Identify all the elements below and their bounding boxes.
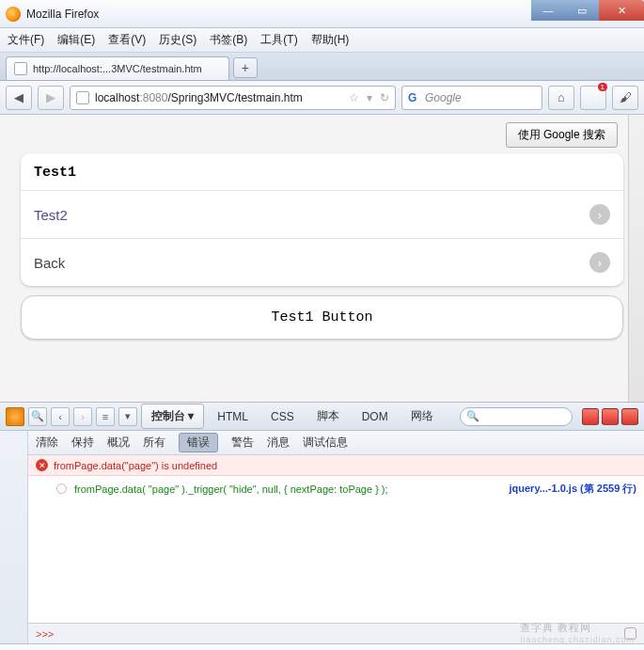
breakpoint-icon[interactable]	[56, 484, 67, 494]
devtools-sidebar	[0, 431, 28, 643]
forward-button[interactable]: ▶	[38, 86, 64, 110]
devtools-panel: 🔍 ‹ › ≡ ▾ 控制台 ▾ HTML CSS 脚本 DOM 网络 🔍 清除 …	[0, 403, 644, 643]
devtools-tab-net[interactable]: 网络	[401, 404, 443, 428]
page-icon	[76, 91, 89, 104]
close-button[interactable]: ✕	[599, 0, 644, 21]
devtools-tab-dom[interactable]: DOM	[353, 406, 398, 427]
console-output: ✕ fromPage.data("page") is undefined fro…	[28, 455, 644, 623]
colorpicker-icon[interactable]: 🖌	[612, 86, 638, 110]
url-actions: ☆ ▾ ↻	[349, 91, 389, 104]
reload-icon[interactable]: ↻	[380, 91, 389, 104]
menu-history[interactable]: 历史(S)	[159, 32, 196, 48]
card-header: Test1	[21, 153, 623, 190]
menu-file[interactable]: 文件(F)	[8, 32, 44, 48]
status-bar: Code Validation Emulators Reference	[0, 643, 644, 650]
minimize-button[interactable]: —	[531, 0, 565, 21]
subtab-profile[interactable]: 概况	[107, 435, 130, 451]
devtools-tab-script[interactable]: 脚本	[307, 404, 349, 428]
home-button[interactable]: ⌂	[548, 86, 574, 110]
navbar: ◀ ▶ localhost:8080/Spring3MVC/testmain.h…	[0, 81, 644, 115]
menu-bookmarks[interactable]: 书签(B)	[210, 32, 247, 48]
menu-edit[interactable]: 编辑(E)	[57, 32, 95, 48]
console-subtabs: 清除 保持 概况 所有 错误 警告 消息 调试信息	[28, 431, 644, 455]
window-title: Mozilla Firefox	[26, 8, 99, 21]
prompt-icon: >>>	[36, 628, 54, 640]
test1-button[interactable]: Test1 Button	[21, 295, 623, 340]
list-item-test2[interactable]: Test2 ›	[21, 190, 623, 238]
next-icon[interactable]: ›	[73, 407, 92, 426]
new-tab-button[interactable]: +	[233, 57, 258, 78]
code-text: fromPage.data( "page" )._trigger( "hide"…	[74, 484, 388, 495]
firefox-icon	[6, 7, 21, 22]
google-search-button[interactable]: 使用 Google 搜索	[506, 122, 618, 148]
subtab-messages[interactable]: 消息	[267, 435, 290, 451]
subtab-debug[interactable]: 调试信息	[303, 435, 348, 451]
prev-icon[interactable]: ‹	[51, 407, 70, 426]
devtools-tab-css[interactable]: CSS	[261, 406, 304, 427]
subtab-warnings[interactable]: 警告	[231, 435, 254, 451]
page-icon	[14, 62, 27, 75]
search-bar[interactable]: G Google	[401, 86, 542, 110]
devtools-search[interactable]: 🔍	[460, 407, 573, 426]
error-message: fromPage.data("page") is undefined	[54, 460, 217, 471]
menu-tools[interactable]: 工具(T)	[260, 32, 297, 48]
devtools-popout-button[interactable]	[602, 408, 619, 425]
devtools-close-button[interactable]	[621, 408, 638, 425]
code-source[interactable]: jquery...-1.0.js (第 2559 行)	[509, 482, 636, 496]
star-icon[interactable]: ☆	[349, 91, 359, 104]
subtab-errors[interactable]: 错误	[179, 433, 218, 452]
inspect-icon[interactable]: 🔍	[28, 407, 47, 426]
devtools-tab-console[interactable]: 控制台 ▾	[141, 404, 204, 429]
error-icon: ✕	[36, 459, 48, 471]
console-error-row[interactable]: ✕ fromPage.data("page") is undefined	[28, 455, 644, 476]
maximize-button[interactable]: ▭	[565, 0, 599, 21]
devtools-minimize-button[interactable]	[582, 408, 599, 425]
search-placeholder: Google	[425, 91, 462, 104]
url-text: localhost:8080/Spring3MVC/testmain.htm	[95, 91, 303, 104]
browser-tab[interactable]: http://localhost:...3MVC/testmain.htm	[6, 56, 229, 80]
dropdown-icon[interactable]: ▾	[118, 407, 137, 426]
chevron-right-icon: ›	[589, 204, 610, 225]
subtab-clear[interactable]: 清除	[36, 435, 58, 451]
watermark: 查字典 教程网 jiaocheng.chazidian.com	[520, 621, 635, 644]
list-item-label: Back	[34, 255, 65, 271]
menubar: 文件(F) 编辑(E) 查看(V) 历史(S) 书签(B) 工具(T) 帮助(H…	[0, 28, 644, 53]
window-controls: — ▭ ✕	[531, 0, 644, 21]
window-titlebar: Mozilla Firefox — ▭ ✕	[0, 0, 644, 28]
list-card: Test1 Test2 › Back ›	[21, 153, 623, 286]
page-viewport: 使用 Google 搜索 Test1 Test2 › Back › Test1 …	[0, 115, 644, 403]
subtab-all[interactable]: 所有	[143, 435, 165, 451]
menu-view[interactable]: 查看(V)	[108, 32, 146, 48]
badge-button[interactable]: 1	[580, 86, 606, 110]
tab-label: http://localhost:...3MVC/testmain.htm	[33, 63, 202, 74]
lines-icon[interactable]: ≡	[96, 407, 115, 426]
dropdown-icon[interactable]: ▾	[367, 91, 372, 104]
firebug-icon[interactable]	[6, 407, 24, 426]
devtools-toolbar: 🔍 ‹ › ≡ ▾ 控制台 ▾ HTML CSS 脚本 DOM 网络 🔍	[0, 403, 644, 431]
chevron-right-icon: ›	[589, 252, 610, 273]
tabbar: http://localhost:...3MVC/testmain.htm +	[0, 53, 644, 81]
list-item-label: Test2	[34, 207, 68, 223]
console-code-row[interactable]: fromPage.data( "page" )._trigger( "hide"…	[28, 476, 644, 501]
google-icon: G	[408, 91, 421, 104]
menu-help[interactable]: 帮助(H)	[311, 32, 350, 48]
list-item-back[interactable]: Back ›	[21, 238, 623, 286]
url-bar[interactable]: localhost:8080/Spring3MVC/testmain.htm ☆…	[70, 86, 396, 110]
devtools-tab-html[interactable]: HTML	[208, 406, 258, 427]
subtab-persist[interactable]: 保持	[71, 435, 94, 451]
back-button[interactable]: ◀	[6, 86, 32, 110]
